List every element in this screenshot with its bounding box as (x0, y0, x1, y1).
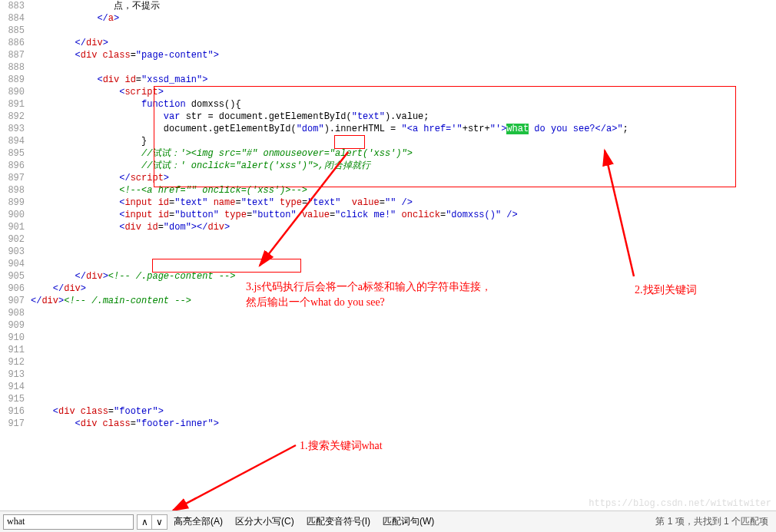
line-number: 890 (0, 86, 25, 98)
whole-words-option[interactable]: 匹配词句(W) (383, 515, 434, 528)
line-number: 898 (0, 184, 25, 197)
chevron-up-icon: ∧ (141, 517, 148, 527)
line-number: 886 (0, 37, 25, 49)
code-line[interactable] (31, 258, 776, 270)
code-line[interactable]: function domxss(){ (31, 98, 776, 111)
line-number: 914 (0, 381, 25, 393)
diacritics-option[interactable]: 匹配变音符号(I) (307, 515, 370, 528)
line-number: 895 (0, 147, 25, 160)
line-number: 907 (0, 295, 25, 307)
line-number: 917 (0, 418, 25, 430)
line-number-gutter: 8838848858868878888898908918928938948958… (0, 0, 31, 511)
line-number: 897 (0, 172, 25, 184)
line-number: 904 (0, 258, 25, 270)
line-number: 903 (0, 246, 25, 258)
code-line[interactable]: <input id="text" name="text" type="text"… (31, 197, 776, 209)
code-editor: 8838848858868878888898908918928938948958… (0, 0, 776, 511)
annotation-2: 2.找到关键词 (635, 283, 697, 297)
code-line[interactable]: </script> (31, 172, 776, 184)
find-status: 第 1 项，共找到 1 个匹配项 (655, 515, 768, 528)
line-number: 910 (0, 332, 25, 344)
line-number: 911 (0, 344, 25, 356)
line-number: 906 (0, 283, 25, 295)
line-number: 909 (0, 319, 25, 332)
code-area[interactable]: 点，不提示 </a> </div> <div class="page-conte… (31, 0, 776, 511)
annotation-3-line1: 3.js代码执行后会将一个a标签和输入的字符串连接， (246, 280, 492, 294)
code-line[interactable]: <!--<a href="" onclick=('xss')>--> (31, 184, 776, 197)
line-number: 912 (0, 356, 25, 368)
code-line[interactable]: <div class="footer"> (31, 405, 776, 418)
code-line[interactable] (31, 307, 776, 319)
line-number: 901 (0, 221, 25, 233)
line-number: 892 (0, 111, 25, 123)
search-input[interactable] (3, 514, 134, 530)
line-number: 883 (0, 0, 25, 12)
line-number: 913 (0, 368, 25, 381)
code-line[interactable] (31, 332, 776, 344)
line-number: 915 (0, 393, 25, 405)
code-line[interactable] (31, 368, 776, 381)
code-line[interactable] (31, 344, 776, 356)
line-number: 899 (0, 197, 25, 209)
line-number: 916 (0, 405, 25, 418)
line-number: 896 (0, 160, 25, 172)
line-number: 884 (0, 12, 25, 25)
line-number: 894 (0, 135, 25, 147)
highlight-all-option[interactable]: 高亮全部(A) (174, 515, 223, 528)
code-line[interactable]: <div class="page-content"> (31, 49, 776, 61)
code-line[interactable]: <div id="dom"></div> (31, 221, 776, 233)
match-case-option[interactable]: 区分大小写(C) (235, 515, 294, 528)
code-line[interactable]: <div class="footer-inner"> (31, 418, 776, 430)
code-line[interactable] (31, 25, 776, 37)
line-number: 885 (0, 25, 25, 37)
line-number: 893 (0, 123, 25, 135)
code-line[interactable] (31, 381, 776, 393)
line-number: 902 (0, 233, 25, 246)
find-next-button[interactable]: ∨ (152, 514, 167, 530)
line-number: 900 (0, 209, 25, 221)
annotation-3-line2: 然后输出一个what do you see? (246, 296, 385, 309)
watermark: https://blog.csdn.net/witwitwiter (589, 498, 771, 509)
code-line[interactable]: <div id="xssd_main"> (31, 74, 776, 86)
code-line[interactable]: document.getElementById("dom").innerHTML… (31, 123, 776, 135)
annotation-1: 1.搜索关键词what (300, 439, 383, 453)
code-line[interactable]: 点，不提示 (31, 0, 776, 12)
code-line[interactable] (31, 393, 776, 405)
line-number: 891 (0, 98, 25, 111)
code-line[interactable]: </a> (31, 12, 776, 25)
line-number: 889 (0, 74, 25, 86)
code-line[interactable]: var str = document.getElementById("text"… (31, 111, 776, 123)
code-line[interactable]: <input id="button" type="button" value="… (31, 209, 776, 221)
code-line[interactable] (31, 319, 776, 332)
line-number: 908 (0, 307, 25, 319)
code-line[interactable]: </div> (31, 37, 776, 49)
code-line[interactable]: } (31, 135, 776, 147)
code-line[interactable] (31, 246, 776, 258)
line-number: 888 (0, 61, 25, 74)
code-line[interactable]: //试试：'><img src="#" onmouseover="alert('… (31, 147, 776, 160)
find-prev-button[interactable]: ∧ (137, 514, 152, 530)
chevron-down-icon: ∨ (156, 517, 163, 527)
code-line[interactable] (31, 233, 776, 246)
code-line[interactable]: <script> (31, 86, 776, 98)
code-line[interactable] (31, 356, 776, 368)
code-line[interactable] (31, 61, 776, 74)
line-number: 887 (0, 49, 25, 61)
find-bar: ∧ ∨ 高亮全部(A) 区分大小写(C) 匹配变音符号(I) 匹配词句(W) 第… (0, 511, 776, 532)
code-line[interactable]: //试试：' onclick="alert('xss')">,闭合掉就行 (31, 160, 776, 172)
line-number: 905 (0, 270, 25, 283)
